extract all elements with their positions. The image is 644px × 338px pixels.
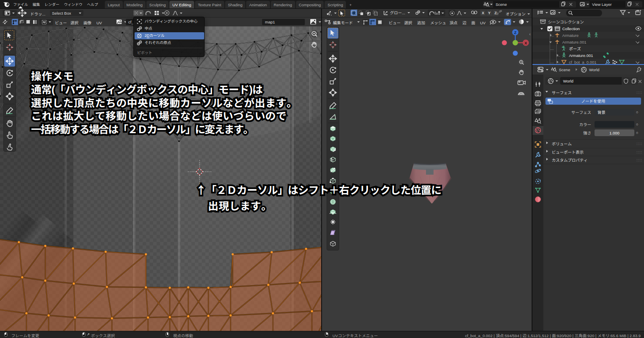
- svg-text:X: X: [525, 41, 527, 45]
- svg-text:Z: Z: [514, 31, 517, 35]
